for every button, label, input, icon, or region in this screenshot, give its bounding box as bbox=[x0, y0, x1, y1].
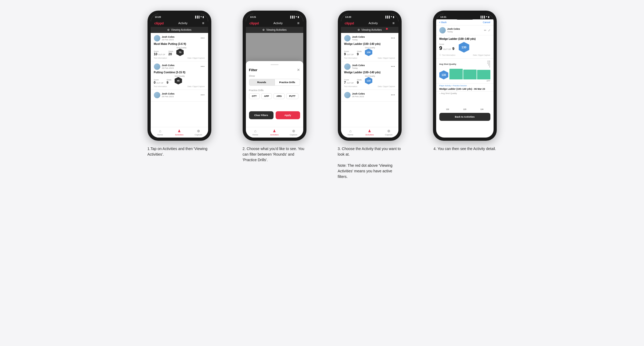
nav-capture-3[interactable]: ⊕ Capture bbox=[379, 127, 398, 138]
caption-1: 1.Tap on Activities and then 'Viewing Ac… bbox=[148, 146, 211, 157]
back-to-activities-button-4[interactable]: Back to Activities bbox=[439, 113, 490, 121]
chart-section-4: Avg Shot Quality 130 100 50 0 130 bbox=[436, 59, 494, 84]
nav-activities-1[interactable]: ♟ Activities bbox=[170, 127, 189, 138]
filter-icon-3: ⚙ bbox=[357, 28, 360, 31]
avatar-4 bbox=[439, 27, 446, 33]
show-label-2: Show bbox=[249, 75, 300, 77]
more-dots-1-1[interactable]: ••• bbox=[201, 36, 205, 40]
hamburger-icon-1[interactable]: ≡ bbox=[202, 21, 204, 25]
more-dots-1-3[interactable]: ••• bbox=[201, 93, 205, 97]
clear-filters-button-2[interactable]: Clear Filters bbox=[249, 111, 273, 119]
filter-handle-2 bbox=[271, 64, 279, 65]
status-time-1: 13:20 bbox=[155, 16, 161, 18]
hamburger-icon-2[interactable]: ≡ bbox=[297, 21, 299, 25]
sq-label-3-2: Shot Quality bbox=[365, 75, 375, 77]
nav-home-2[interactable]: ⌂ Home bbox=[246, 127, 265, 138]
more-dots-3-3[interactable]: ••• bbox=[391, 93, 395, 97]
user-date-3-1: Today bbox=[352, 39, 365, 41]
more-dots-3-1[interactable]: ••• bbox=[391, 36, 395, 40]
hamburger-icon-3[interactable]: ≡ bbox=[392, 21, 394, 25]
edit-icon-4[interactable]: ✏ bbox=[484, 29, 486, 32]
pd-section-label-2: Practice Drills bbox=[249, 89, 300, 92]
practice-drills-toggle-2[interactable]: Practice Drills bbox=[275, 79, 300, 86]
drill-chip-putt-2[interactable]: PUTT bbox=[286, 93, 298, 99]
rounds-toggle-2[interactable]: Rounds bbox=[249, 79, 275, 86]
activity-card-1-2[interactable]: Josh Coles 28 Feb 2023 ••• Putting Combi… bbox=[151, 61, 208, 90]
cards-scroll-1: Josh Coles 28 Feb 2023 ••• Must Make Put… bbox=[151, 33, 208, 127]
apply-button-2[interactable]: Apply bbox=[276, 111, 300, 119]
expand-icon-4[interactable]: ⤢ bbox=[488, 29, 490, 32]
activities-icon-1: ♟ bbox=[178, 129, 181, 133]
nav-activities-3[interactable]: ♟ Activities bbox=[360, 127, 379, 138]
app-title-1: Activity bbox=[178, 22, 188, 25]
user-text-1-2: Josh Coles 28 Feb 2023 bbox=[162, 64, 175, 69]
viewing-bar-3[interactable]: ⚙ Viewing Activities bbox=[341, 27, 398, 33]
nav-home-label-2: Home bbox=[252, 134, 258, 136]
sq-value-3-2: 118 bbox=[367, 79, 371, 82]
battery-icon-4: ▮ bbox=[488, 16, 489, 18]
info-right-3-2: Data: Clippd Capture bbox=[378, 86, 395, 87]
activity-card-3-3[interactable]: Josh Coles 28 Feb 2023 ••• bbox=[341, 90, 398, 102]
capture-icon-1: ⊕ bbox=[197, 129, 200, 133]
score-value-1-1: 10 OUT OF bbox=[154, 52, 165, 56]
toggle-group-2: Rounds Practice Drills bbox=[249, 79, 300, 86]
screen-2: 13:21 ▐▐▐ ⌖ ▮ clippd Activity ≡ ⚙ Viewin… bbox=[246, 14, 303, 138]
screen-3: 13:20 ▐▐▐ ⌖ ▮ clippd Activity ≡ ⚙ Viewin… bbox=[341, 14, 398, 138]
home-icon-1: ⌂ bbox=[159, 129, 161, 133]
stats-row-3-1: Score 9 OUT OF Shots 9 bbox=[344, 47, 395, 56]
cards-scroll-3: Josh Coles Today ••• Wedge Ladder (100–1… bbox=[341, 33, 398, 127]
viewing-bar-1[interactable]: ⚙ Viewing Activities bbox=[151, 27, 208, 33]
wifi-icon-4: ⌖ bbox=[486, 15, 487, 18]
stat-group-shots-1-1: Shots 20 bbox=[169, 50, 173, 56]
activity-subtitle-4: -- Avg Shot Quality bbox=[436, 92, 494, 95]
nav-capture-label-2: Capture bbox=[290, 134, 297, 136]
app-title-3: Activity bbox=[369, 22, 378, 25]
activity-card-1-3[interactable]: Josh Coles 28 Feb 2023 ••• bbox=[151, 90, 208, 102]
home-icon-2: ⌂ bbox=[254, 129, 256, 133]
nav-activities-label-3: Activities bbox=[365, 134, 374, 136]
capture-icon-2: ⊕ bbox=[292, 129, 295, 133]
filter-header-2: Filter ✕ bbox=[249, 68, 300, 72]
stat-group-shots-3-1: Shots 9 bbox=[357, 50, 362, 56]
drill-name-1-1: Must Make Putting (3-6 ft) bbox=[154, 42, 205, 45]
back-button-4[interactable]: < Back bbox=[439, 21, 447, 24]
drill-chip-app-2[interactable]: APP bbox=[261, 93, 272, 99]
user-date-1-2: 28 Feb 2023 bbox=[162, 67, 175, 69]
user-name-3-3: Josh Coles bbox=[352, 92, 365, 95]
more-dots-3-2[interactable]: ••• bbox=[391, 65, 395, 69]
close-button-2[interactable]: ✕ bbox=[297, 68, 300, 72]
signal-icon-3: ▐▐▐ bbox=[385, 16, 390, 18]
drill-name-3-2: Wedge Ladder (100–140 yds) bbox=[344, 71, 395, 74]
drill-chip-ott-2[interactable]: OTT bbox=[249, 93, 260, 99]
app-logo-2: clippd bbox=[250, 21, 259, 25]
shots-label-3-1: Shots bbox=[357, 50, 362, 52]
drill-chip-arg-2[interactable]: ARG bbox=[273, 93, 285, 99]
stat-group-shots-3-2: Shots 9 bbox=[357, 79, 362, 84]
more-dots-1-2[interactable]: ••• bbox=[201, 65, 205, 69]
nav-home-3[interactable]: ⌂ Home bbox=[341, 127, 360, 138]
activity-card-3-2[interactable]: Josh Coles Today ••• Wedge Ladder (100–1… bbox=[341, 61, 398, 90]
stat-group-score-3-1: Score 9 OUT OF bbox=[344, 50, 354, 56]
info-label-4: Test Information bbox=[442, 54, 456, 56]
user-text-3-3: Josh Coles 28 Feb 2023 bbox=[352, 92, 365, 98]
shots-label-1-2: Shots bbox=[167, 79, 171, 81]
nav-activities-2[interactable]: ♟ Activities bbox=[265, 127, 284, 138]
nav-capture-1[interactable]: ⊕ Capture bbox=[189, 127, 208, 138]
avatar-1-1 bbox=[154, 35, 160, 41]
nav-capture-2[interactable]: ⊕ Capture bbox=[284, 127, 303, 138]
detail-user-row-4: Josh Coles Today ✏ ⤢ bbox=[436, 25, 494, 35]
status-time-3: 13:20 bbox=[345, 16, 351, 18]
card-footer-1-1: Test Information Data: Clippd Capture bbox=[154, 57, 205, 59]
cancel-button-4[interactable]: Cancel bbox=[483, 21, 490, 24]
status-time-4: 13:21 bbox=[440, 16, 447, 18]
user-info-3-1: Josh Coles Today bbox=[344, 35, 365, 41]
viewing-bar-2[interactable]: ⚙ Viewing Activities bbox=[246, 27, 303, 33]
card-header-1-2: Josh Coles 28 Feb 2023 ••• bbox=[154, 63, 205, 70]
signal-icon: ▐▐▐ bbox=[194, 16, 199, 18]
user-name-1-2: Josh Coles bbox=[162, 64, 175, 67]
activity-card-1-1[interactable]: Josh Coles 28 Feb 2023 ••• Must Make Put… bbox=[151, 33, 208, 61]
status-icons-1: ▐▐▐ ⌖ ▮ bbox=[194, 15, 204, 18]
chart-hex-badge-4: 130 bbox=[439, 70, 448, 79]
activity-card-3-1[interactable]: Josh Coles Today ••• Wedge Ladder (100–1… bbox=[341, 33, 398, 61]
nav-home-1[interactable]: ⌂ Home bbox=[151, 127, 170, 138]
